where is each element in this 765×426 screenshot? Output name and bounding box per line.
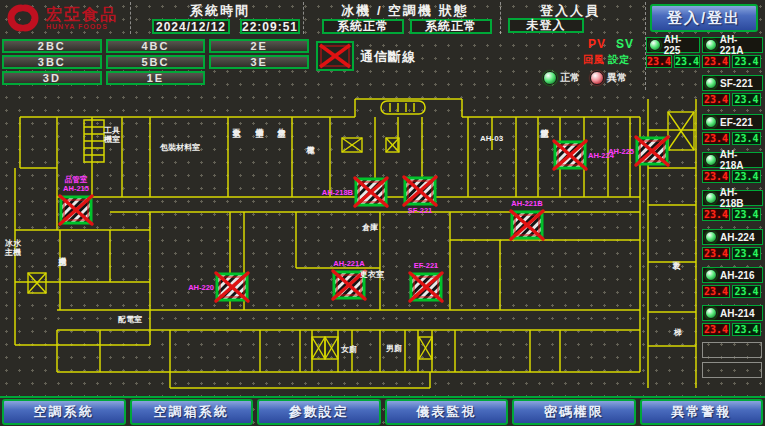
sv-header: SV <box>616 37 634 51</box>
room-label: 糖漿室 <box>540 129 550 138</box>
unit-name-box: AH-221A <box>702 37 763 53</box>
unit-pv-value: 23.4 <box>702 247 730 260</box>
unit-row-ef-221[interactable]: EF-22123.423.4 <box>702 114 763 145</box>
brand-logo-icon <box>6 3 40 33</box>
room-label: 配電室 <box>118 314 142 324</box>
system-time-label: 系統時間 <box>140 2 300 20</box>
system-time-value: 22:09:51 <box>240 19 300 34</box>
ahu-marker-ah-224[interactable]: AH-224 <box>554 141 615 169</box>
unit-name: AH-214 <box>720 308 754 319</box>
floor-button-3d[interactable]: 3D <box>2 71 102 85</box>
unit-featured[interactable]: AH-225 23.4 23.4 <box>646 37 700 68</box>
menu-button-2[interactable]: 參數設定 <box>257 399 381 425</box>
floor-nav: 2BC4BC2E3BC5BC3E3D1E <box>2 39 309 85</box>
floor-button-2e[interactable]: 2E <box>209 39 309 53</box>
unit-lamp-icon <box>705 116 717 128</box>
unit-sv-value: 23.4 <box>732 93 761 106</box>
divider <box>500 2 501 34</box>
unit-row-ah-218b[interactable]: AH-218B23.423.4 <box>702 190 763 221</box>
unit-name: AH-216 <box>720 270 754 281</box>
ahu-marker-ah-221a[interactable]: AH-221A <box>333 259 365 299</box>
ahu-marker-ah-225[interactable]: AH-225 <box>608 137 668 165</box>
unit-lamp-icon <box>705 307 717 319</box>
room-label: 女廁 <box>340 344 357 354</box>
unit-name-box: AH-224 <box>702 229 763 245</box>
unit-lamp-icon <box>705 39 717 51</box>
bottom-nav: 空調系統空調箱系統參數設定儀表監視密碼權限異常警報 <box>2 399 763 425</box>
menu-button-4[interactable]: 密碼權限 <box>512 399 636 425</box>
ahu-marker-label: EF-221 <box>414 261 439 270</box>
ahu-marker-label: 品管室 <box>65 175 88 184</box>
unit-name: AH-218B <box>720 187 760 209</box>
unit-pv-value: 23.4 <box>702 93 730 106</box>
floor-button-3e[interactable]: 3E <box>209 55 309 69</box>
menu-button-0[interactable]: 空調系統 <box>2 399 126 425</box>
ahu-marker-label: AH-220 <box>188 283 214 292</box>
unit-name-box: AH-216 <box>702 267 763 283</box>
menu-button-3[interactable]: 儀表監視 <box>385 399 509 425</box>
unit-pv-value: 23.4 <box>702 208 730 221</box>
ahu-marker-ah-221b[interactable]: AH-221B <box>511 199 543 239</box>
ahu-marker-品管室[interactable]: 品管室AH-215 <box>60 175 92 224</box>
unit-empty-slot <box>702 362 762 378</box>
floor-button-3bc[interactable]: 3BC <box>2 55 102 69</box>
unit-row-ah-224[interactable]: AH-22423.423.4 <box>702 229 763 260</box>
ahu-marker-label: AH-225 <box>608 147 634 156</box>
unit-name-box: SF-221 <box>702 75 763 91</box>
unit-values: 23.423.4 <box>702 132 763 145</box>
floor-button-2bc[interactable]: 2BC <box>2 39 102 53</box>
unit-row-ah-216[interactable]: AH-21623.423.4 <box>702 267 763 298</box>
unit-lamp-icon <box>649 39 661 51</box>
stair-box-icon <box>325 337 338 359</box>
unit-sv-value: 23.4 <box>732 170 761 183</box>
unit-pv-value: 23.4 <box>702 55 730 68</box>
unit-name: AH-218A <box>720 149 760 171</box>
room-label: 準備室 <box>255 128 265 137</box>
normal-lamp-icon <box>543 71 557 85</box>
unit-row-sf-221[interactable]: SF-22123.423.4 <box>702 75 763 106</box>
unit-values: 23.423.4 <box>702 323 763 336</box>
unit-pv-value: 23.4 <box>702 132 730 145</box>
floor-button-5bc[interactable]: 5BC <box>106 55 206 69</box>
ahu-status-value: 系統正常 <box>410 19 492 34</box>
unit-name: EF-221 <box>720 117 753 128</box>
ahu-marker-ef-221[interactable]: EF-221 <box>410 261 442 301</box>
stair-box-icon <box>419 337 432 359</box>
ahu-marker-ah-218b[interactable]: AH-218B <box>322 178 387 206</box>
bottom-divider <box>0 396 765 398</box>
unit-lamp-icon <box>705 231 717 243</box>
scada-screen: 宏亞食品 HUNYA FOODS 系統時間 2024/12/12 22:09:5… <box>0 0 765 426</box>
unit-row-ah-218a[interactable]: AH-218A23.423.4 <box>702 152 763 183</box>
ahu-marker-ah-220[interactable]: AH-220 <box>188 273 248 301</box>
legend-abnormal: 異常 <box>590 71 627 85</box>
ahu-marker-label: AH-221A <box>333 259 365 268</box>
unit-name: AH-224 <box>720 232 754 243</box>
unit-lamp-icon <box>705 192 717 204</box>
comm-loss-icon <box>316 41 354 71</box>
ahu-marker-label: SF-221 <box>408 206 433 215</box>
room-label: 更衣室 <box>360 269 384 279</box>
login-user-value: 未登入 <box>508 18 584 33</box>
unit-values: 23.423.4 <box>702 170 763 183</box>
room-label: 機室 <box>103 134 120 144</box>
unit-pv-value: 23.4 <box>646 55 672 68</box>
unit-name-box: EF-221 <box>702 114 763 130</box>
unit-values: 23.423.4 <box>702 285 763 298</box>
unit-values: 23.423.4 <box>702 55 763 68</box>
room-label: 包裝材料室 <box>159 142 200 152</box>
unit-name: SF-221 <box>720 78 753 89</box>
menu-button-1[interactable]: 空調箱系統 <box>130 399 254 425</box>
floor-button-1e[interactable]: 1E <box>106 71 206 85</box>
ahu-marker-sf-221[interactable]: SF-221 <box>404 177 436 215</box>
brand-name-en: HUNYA FOODS <box>46 23 118 30</box>
room-label: 男廁 <box>385 343 402 353</box>
unit-row-ah-214[interactable]: AH-21423.423.4 <box>702 305 763 336</box>
menu-button-5[interactable]: 異常警報 <box>640 399 764 425</box>
pv-header: PV <box>588 37 606 51</box>
unit-name-box: AH-218B <box>702 190 763 206</box>
abnormal-label: 異常 <box>607 71 627 85</box>
room-label: 梯 <box>673 328 682 337</box>
unit-row-ah-221a[interactable]: AH-221A23.423.4 <box>702 37 763 68</box>
floor-button-4bc[interactable]: 4BC <box>106 39 206 53</box>
floorplan: 品管室AH-215AH-218BSF-221AH-224AH-225AH-220… <box>0 92 702 396</box>
